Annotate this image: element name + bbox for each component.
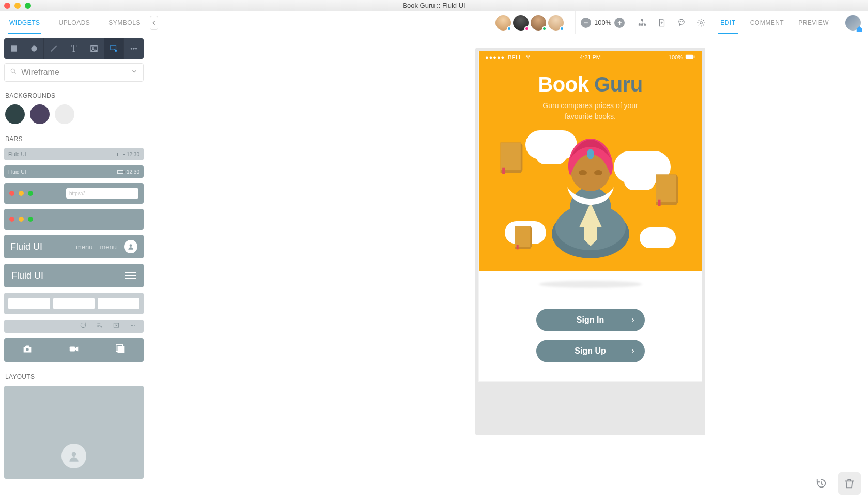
- zoom-out-button[interactable]: −: [581, 18, 591, 28]
- widget-panel: WIDGETS UPLOADS SYMBOLS T Wireframe BACK…: [0, 11, 148, 502]
- search-icon: [10, 68, 17, 77]
- mode-tabs: EDIT COMMENT PREVIEW: [713, 11, 836, 34]
- canvas-tools: [810, 472, 861, 495]
- dot-green-icon: [28, 191, 33, 196]
- svg-point-11: [130, 244, 132, 247]
- more-tools[interactable]: [124, 38, 144, 59]
- window-maximize-button[interactable]: [25, 3, 31, 9]
- collaborator-avatar[interactable]: [531, 15, 546, 31]
- swatch-purple[interactable]: [30, 104, 50, 124]
- collaborator-avatar[interactable]: [548, 15, 564, 31]
- app-toolbar: − 100% + EDIT COMMENT PREVIEW: [148, 11, 868, 34]
- svg-point-13: [131, 325, 132, 326]
- app-tagline: Guru compares prices of yourfavourite bo…: [479, 100, 702, 122]
- select-tool[interactable]: [104, 38, 125, 59]
- history-button[interactable]: [810, 472, 833, 495]
- tab-symbols[interactable]: SYMBOLS: [99, 11, 150, 34]
- screen: ●●●●● BELL 4:21 PM 100% Book Guru Guru c…: [478, 51, 702, 382]
- svg-rect-18: [118, 346, 125, 353]
- image-tool[interactable]: [84, 38, 104, 59]
- svg-rect-33: [656, 175, 676, 203]
- svg-rect-31: [501, 143, 521, 171]
- widget-layout-profile[interactable]: [4, 386, 144, 479]
- text-tool[interactable]: T: [64, 38, 84, 59]
- widget-browserbar-addr[interactable]: https://: [4, 183, 144, 204]
- design-canvas[interactable]: ●●●●● BELL 4:21 PM 100% Book Guru Guru c…: [148, 34, 868, 502]
- wifi-icon: [525, 54, 531, 61]
- widget-list[interactable]: BACKGROUNDS BARS Fluid UI 12:30 Fluid UI…: [0, 89, 148, 502]
- widget-hamburger-bar[interactable]: Fluid UI: [4, 264, 144, 287]
- battery-icon: [685, 54, 695, 60]
- widget-mediabar[interactable]: [4, 338, 144, 362]
- circle-tool[interactable]: [24, 38, 44, 59]
- svg-line-10: [14, 72, 16, 74]
- collapse-panel-button[interactable]: [150, 16, 158, 30]
- menubar-brand: Fluid UI: [10, 241, 42, 252]
- svg-point-42: [594, 170, 602, 175]
- svg-rect-34: [658, 200, 660, 206]
- mac-titlebar: Book Guru :: Fluid UI: [0, 0, 868, 11]
- library-selector[interactable]: Wireframe: [4, 63, 144, 82]
- signin-button[interactable]: Sign In: [536, 309, 645, 331]
- traffic-lights: [4, 3, 31, 9]
- segment: [53, 298, 95, 309]
- swatch-dark-teal[interactable]: [5, 104, 25, 124]
- svg-rect-17: [70, 346, 75, 351]
- account-avatar[interactable]: [845, 15, 861, 31]
- segment: [98, 298, 140, 309]
- tab-widgets[interactable]: WIDGETS: [0, 11, 50, 34]
- svg-rect-23: [642, 24, 643, 25]
- swatch-light[interactable]: [55, 104, 74, 124]
- svg-rect-21: [642, 19, 643, 21]
- signup-label: Sign Up: [575, 346, 606, 356]
- hero-illustration: [479, 125, 702, 260]
- battery-icon: [117, 170, 123, 174]
- collaborator-avatar[interactable]: [513, 15, 529, 31]
- svg-point-28: [528, 58, 529, 58]
- segment: [8, 298, 50, 309]
- app-title: Book Guru: [479, 73, 702, 96]
- collaborator-avatar[interactable]: [495, 15, 511, 31]
- window-minimize-button[interactable]: [14, 3, 21, 9]
- widget-menubar[interactable]: Fluid UI menu menu: [4, 235, 144, 258]
- book-icon: [653, 173, 681, 207]
- hero-panel[interactable]: ●●●●● BELL 4:21 PM 100% Book Guru Guru c…: [479, 51, 702, 271]
- rect-tool[interactable]: [4, 38, 24, 59]
- widget-browserbar[interactable]: [4, 209, 144, 230]
- dot-red-icon: [9, 217, 14, 222]
- share-button[interactable]: [674, 15, 689, 31]
- svg-rect-29: [686, 55, 693, 59]
- line-tool[interactable]: [44, 38, 64, 59]
- widget-statusbar-dark[interactable]: Fluid UI 12:30: [4, 165, 144, 178]
- zoom-in-button[interactable]: +: [614, 18, 625, 28]
- widget-iconrow[interactable]: [4, 320, 144, 333]
- svg-point-43: [587, 149, 594, 159]
- widget-segmented[interactable]: [4, 293, 144, 314]
- collaborator-avatars: [495, 15, 564, 31]
- widget-statusbar-light[interactable]: Fluid UI 12:30: [4, 148, 144, 160]
- sitemap-button[interactable]: [634, 15, 650, 31]
- statusbar-time: 12:30: [127, 151, 140, 157]
- device-frame[interactable]: ●●●●● BELL 4:21 PM 100% Book Guru Guru c…: [475, 48, 705, 435]
- section-bars-title: BARS: [5, 135, 143, 143]
- settings-button[interactable]: [693, 15, 709, 31]
- svg-rect-30: [694, 56, 695, 58]
- tab-uploads[interactable]: UPLOADS: [50, 11, 100, 34]
- home-icon: [856, 25, 863, 33]
- mode-comment[interactable]: COMMENT: [743, 11, 792, 34]
- window-close-button[interactable]: [4, 3, 10, 9]
- chevron-down-icon: [131, 68, 138, 77]
- more-icon: [129, 322, 136, 331]
- svg-point-20: [72, 452, 76, 457]
- new-page-button[interactable]: [654, 15, 670, 31]
- carrier-label: BELL: [508, 54, 522, 60]
- mode-edit[interactable]: EDIT: [713, 11, 742, 34]
- signup-button[interactable]: Sign Up: [536, 340, 645, 362]
- list-add-icon: [96, 322, 103, 331]
- drop-shadow: [539, 281, 642, 288]
- svg-point-9: [11, 69, 14, 72]
- menubar-item: menu: [100, 243, 117, 251]
- trash-button[interactable]: [838, 472, 861, 495]
- panel-tabs: WIDGETS UPLOADS SYMBOLS: [0, 11, 148, 34]
- mode-preview[interactable]: PREVIEW: [791, 11, 836, 34]
